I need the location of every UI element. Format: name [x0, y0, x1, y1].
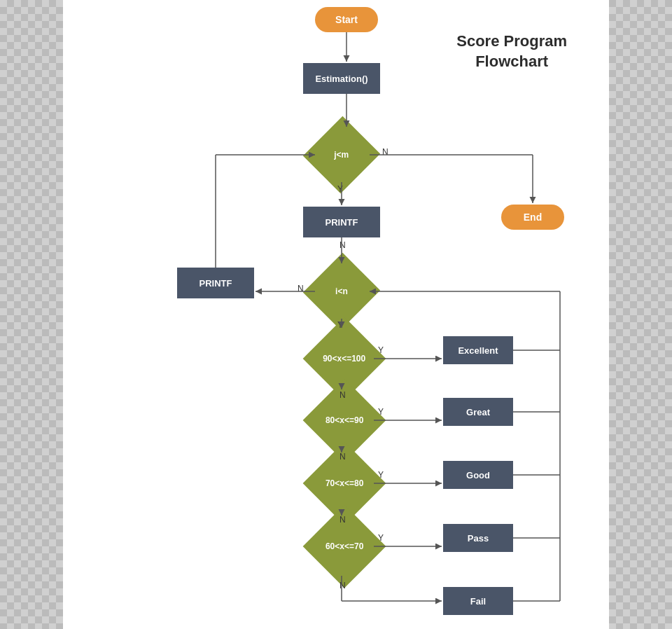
- cond2-y-label: Y: [378, 407, 384, 417]
- excellent-node: Excellent: [443, 336, 513, 364]
- cond1-y-label: Y: [378, 345, 384, 355]
- pass-node: Pass: [443, 524, 513, 552]
- flowchart-title: Score Program Flowchart: [456, 32, 567, 71]
- cond1-n-label: N: [340, 390, 346, 400]
- in-diamond: i<n: [315, 265, 368, 318]
- good-node: Good: [443, 461, 513, 489]
- estimation-node: Estimation(): [303, 63, 380, 94]
- cond3-n-label: N: [340, 515, 346, 525]
- flowchart-canvas: Score Program Flowchart Start Estimation…: [63, 0, 609, 629]
- start-node: Start: [315, 7, 378, 32]
- cond3-diamond: 70<x<=80: [315, 454, 374, 513]
- printf2-node: PRINTF: [177, 268, 254, 298]
- cond4-y-label: Y: [378, 533, 384, 543]
- title-line2: Flowchart: [475, 53, 548, 70]
- cond3-y-label: Y: [378, 470, 384, 480]
- fail-node: Fail: [443, 587, 513, 615]
- great-node: Great: [443, 398, 513, 426]
- in-n-label: N: [298, 284, 304, 293]
- cond4-n-label: N: [340, 581, 346, 590]
- printf1-node: PRINTF: [303, 207, 380, 237]
- printf1-n-label: N: [340, 240, 346, 250]
- cond4-diamond: 60<x<=70: [315, 517, 374, 576]
- jm-y-label: Y: [337, 184, 343, 194]
- jm-n-label: N: [382, 147, 388, 157]
- title-line1: Score Program: [456, 32, 567, 50]
- cond2-n-label: N: [340, 452, 346, 462]
- end-node: End: [501, 205, 564, 230]
- in-y-label: Y: [337, 320, 343, 330]
- jm-diamond: j<m: [315, 128, 368, 181]
